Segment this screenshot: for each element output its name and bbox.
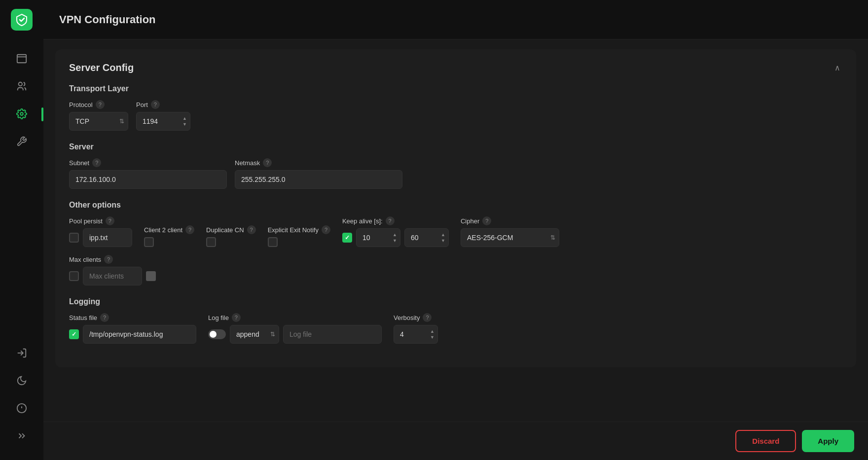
- server-section: Server Subnet ? Netmask ?: [69, 142, 842, 189]
- subnet-help-icon[interactable]: ?: [92, 158, 101, 167]
- append-select[interactable]: append truncate: [230, 325, 279, 344]
- logging-section: Logging Status file ?: [69, 297, 842, 344]
- max-clients-input[interactable]: [83, 267, 142, 285]
- log-file-group: Log file ? append truncate: [208, 313, 382, 344]
- port-down-arrow[interactable]: ▼: [182, 122, 187, 127]
- server-config-title: Server Config: [69, 62, 134, 73]
- subnet-label: Subnet ?: [69, 158, 227, 167]
- subnet-group: Subnet ?: [69, 158, 227, 189]
- sidebar-item-users[interactable]: [8, 75, 36, 99]
- logging-row: Status file ? Log file ?: [69, 313, 842, 344]
- client2client-label: Client 2 client ?: [144, 225, 194, 234]
- content-area: Server Config ∧ Transport Layer Protocol…: [43, 39, 868, 422]
- app-logo[interactable]: [11, 9, 33, 31]
- log-file-help-icon[interactable]: ?: [232, 313, 241, 322]
- keep-alive-label: Keep alive [s]: ?: [342, 216, 449, 225]
- pool-persist-group: Pool persist ?: [69, 216, 132, 247]
- status-file-help-icon[interactable]: ?: [100, 313, 109, 322]
- keep-alive-val1-down[interactable]: ▼: [392, 238, 398, 244]
- protocol-select-wrapper: TCP UDP: [69, 112, 128, 131]
- max-clients-extra[interactable]: [146, 271, 156, 281]
- duplicate-cn-group: Duplicate CN ?: [206, 225, 256, 247]
- sidebar-item-tools[interactable]: [8, 130, 36, 154]
- netmask-help-icon[interactable]: ?: [263, 158, 272, 167]
- sidebar-item-theme[interactable]: [8, 369, 36, 393]
- sidebar-bottom: [8, 334, 36, 460]
- keep-alive-val1-wrapper: ▲ ▼: [356, 228, 400, 247]
- sidebar-item-expand[interactable]: [8, 425, 36, 448]
- netmask-label: Netmask ?: [235, 158, 402, 167]
- max-clients-row: Max clients ?: [69, 255, 842, 285]
- client2client-group: Client 2 client ?: [144, 225, 194, 247]
- keep-alive-checkbox[interactable]: [342, 233, 352, 243]
- explicit-exit-checkbox[interactable]: [268, 237, 278, 247]
- main-content: VPN Configuration Server Config ∧ Transp…: [43, 0, 868, 460]
- verbosity-up[interactable]: ▲: [430, 329, 435, 334]
- cipher-select[interactable]: AES-256-GCM AES-128-GCM AES-256-CBC AES-…: [461, 228, 559, 247]
- server-title: Server: [69, 142, 842, 151]
- port-help-icon[interactable]: ?: [151, 100, 160, 109]
- sidebar-item-login[interactable]: [8, 342, 36, 365]
- explicit-exit-help-icon[interactable]: ?: [322, 225, 330, 234]
- port-up-arrow[interactable]: ▲: [182, 116, 187, 121]
- verbosity-down[interactable]: ▼: [430, 335, 435, 340]
- collapse-button[interactable]: ∧: [832, 61, 842, 74]
- logging-title: Logging: [69, 297, 842, 306]
- duplicate-cn-help-icon[interactable]: ?: [247, 225, 256, 234]
- pool-persist-checkbox[interactable]: [69, 233, 79, 243]
- sidebar-navigation: [8, 39, 36, 334]
- client2client-help-icon[interactable]: ?: [185, 225, 194, 234]
- keep-alive-val2-wrapper: ▲ ▼: [404, 228, 449, 247]
- max-clients-group: Max clients ?: [69, 255, 156, 285]
- svg-point-3: [20, 112, 23, 115]
- protocol-help-icon[interactable]: ?: [96, 100, 105, 109]
- pool-persist-input[interactable]: [83, 228, 132, 247]
- expand-icon: [16, 430, 27, 443]
- svg-point-2: [19, 82, 22, 85]
- keep-alive-val2-down[interactable]: ▼: [440, 238, 446, 244]
- verbosity-group: Verbosity ? ▲ ▼: [394, 313, 438, 344]
- client2client-checkbox[interactable]: [144, 237, 154, 247]
- info-icon: [16, 403, 27, 415]
- max-clients-label: Max clients ?: [69, 255, 156, 264]
- subnet-input[interactable]: [69, 170, 227, 189]
- verbosity-input-wrapper: ▲ ▼: [394, 325, 438, 344]
- max-clients-checkbox[interactable]: [69, 271, 79, 281]
- status-file-group: Status file ?: [69, 313, 196, 344]
- log-file-toggle[interactable]: [208, 329, 226, 339]
- server-config-card: Server Config ∧ Transport Layer Protocol…: [55, 49, 856, 367]
- sidebar-item-info[interactable]: [8, 397, 36, 421]
- keep-alive-group: Keep alive [s]: ? ▲ ▼: [342, 216, 449, 247]
- cipher-help-icon[interactable]: ?: [482, 216, 491, 225]
- sidebar-item-browser[interactable]: [8, 47, 36, 71]
- sidebar: [0, 0, 43, 460]
- settings-icon: [16, 108, 27, 121]
- tools-icon: [16, 136, 27, 148]
- status-file-input[interactable]: [83, 325, 196, 344]
- protocol-select[interactable]: TCP UDP: [69, 112, 128, 131]
- card-header: Server Config ∧: [69, 61, 842, 74]
- port-label: Port ?: [136, 100, 190, 109]
- discard-button[interactable]: Discard: [735, 430, 796, 452]
- duplicate-cn-label: Duplicate CN ?: [206, 225, 256, 234]
- port-input-wrapper: ▲ ▼: [136, 112, 190, 131]
- log-file-input[interactable]: [283, 325, 382, 344]
- page-title: VPN Configuration: [59, 13, 156, 26]
- moon-icon: [16, 375, 27, 388]
- keep-alive-help-icon[interactable]: ?: [386, 216, 395, 225]
- verbosity-arrows: ▲ ▼: [430, 329, 435, 340]
- keep-alive-val2-up[interactable]: ▲: [440, 232, 446, 238]
- other-options-row: Pool persist ? Client 2 client ?: [69, 216, 842, 247]
- verbosity-help-icon[interactable]: ?: [423, 313, 432, 322]
- netmask-input[interactable]: [235, 170, 402, 189]
- duplicate-cn-checkbox[interactable]: [206, 237, 216, 247]
- sidebar-item-settings[interactable]: [8, 103, 36, 126]
- max-clients-help-icon[interactable]: ?: [104, 255, 113, 264]
- other-options-title: Other options: [69, 201, 842, 210]
- apply-button[interactable]: Apply: [802, 430, 854, 452]
- keep-alive-val1-up[interactable]: ▲: [392, 232, 398, 238]
- port-group: Port ? ▲ ▼: [136, 100, 190, 131]
- status-file-checkbox[interactable]: [69, 329, 79, 339]
- pool-persist-help-icon[interactable]: ?: [106, 216, 114, 225]
- explicit-exit-label: Explicit Exit Notify ?: [268, 225, 330, 234]
